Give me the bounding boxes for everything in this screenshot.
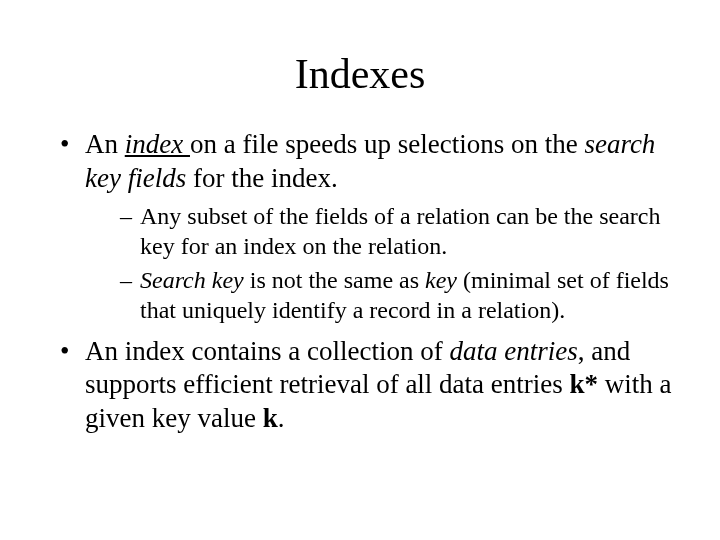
text-segment: An bbox=[85, 129, 125, 159]
key-term: key bbox=[425, 267, 457, 293]
text-segment: An index contains a collection of bbox=[85, 336, 449, 366]
sub-item-1: Any subset of the fields of a relation c… bbox=[120, 201, 680, 261]
main-bullet-list: An index on a file speeds up selections … bbox=[40, 128, 680, 436]
sub-bullet-list: Any subset of the fields of a relation c… bbox=[85, 201, 680, 325]
not-emphasis: not bbox=[272, 267, 303, 293]
text-segment: the same as bbox=[302, 267, 425, 293]
search-key-term: Search key bbox=[140, 267, 244, 293]
bullet-item-2: An index contains a collection of data e… bbox=[60, 335, 680, 436]
index-term: index bbox=[125, 129, 190, 159]
bullet-item-1: An index on a file speeds up selections … bbox=[60, 128, 680, 325]
slide-title: Indexes bbox=[40, 50, 680, 98]
text-segment: is bbox=[244, 267, 272, 293]
data-entries-term: data entries bbox=[449, 336, 577, 366]
sub-item-2: Search key is not the same as key (minim… bbox=[120, 265, 680, 325]
k-star-notation: k* bbox=[570, 369, 599, 399]
text-segment: . bbox=[278, 403, 285, 433]
text-segment: on a file speeds up selections on the bbox=[190, 129, 584, 159]
k-notation: k bbox=[263, 403, 278, 433]
text-segment: for the index. bbox=[186, 163, 337, 193]
